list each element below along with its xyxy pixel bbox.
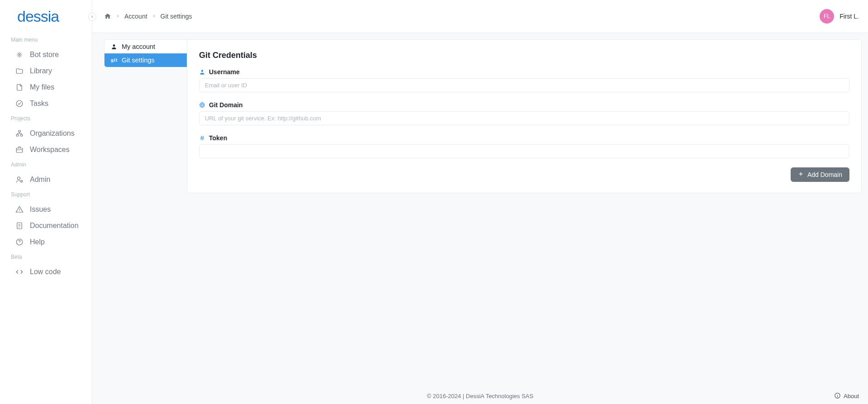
breadcrumb-git-settings[interactable]: Git settings [161, 13, 192, 20]
person-icon [111, 43, 117, 50]
svg-point-6 [18, 177, 20, 180]
sidebar-item-label: Tasks [30, 100, 48, 108]
git-credentials-panel: Git Credentials Username [187, 39, 862, 193]
about-link[interactable]: About [834, 392, 859, 400]
subnav-my-account[interactable]: My account [104, 40, 190, 53]
panel-title: Git Credentials [199, 51, 849, 60]
sidebar-item-documentation[interactable]: Documentation [0, 218, 92, 234]
label-text: Token [209, 134, 227, 142]
sidebar-item-label: Help [30, 238, 45, 246]
sidebar-item-admin[interactable]: Admin [0, 171, 92, 188]
folder-icon [15, 67, 24, 75]
sidebar-section-projects: Projects [0, 112, 92, 125]
user-display-name: First L. [840, 13, 859, 20]
username-label: Username [199, 68, 849, 76]
sidebar-item-tasks[interactable]: Tasks [0, 95, 92, 112]
sidebar-item-workspaces[interactable]: Workspaces [0, 142, 92, 158]
chevron-right-icon [116, 14, 120, 19]
topbar: Account Git settings FL First L. [92, 0, 868, 33]
sidebar-item-help[interactable]: Help [0, 234, 92, 250]
breadcrumb-account[interactable]: Account [124, 13, 147, 20]
sidebar-section-support: Support [0, 188, 92, 201]
sidebar-item-label: Admin [30, 176, 50, 184]
sidebar-section-beta: Beta [0, 250, 92, 264]
svg-point-0 [19, 54, 20, 56]
breadcrumb: Account Git settings [92, 13, 192, 20]
sidebar-section-admin: Admin [0, 158, 92, 171]
git-domain-label: Git Domain [199, 101, 849, 109]
sidebar-collapse-button[interactable] [88, 13, 96, 21]
about-label: About [844, 393, 859, 399]
svg-rect-4 [20, 134, 23, 136]
sidebar-item-label: Documentation [30, 222, 79, 230]
sidebar-item-label: Bot store [30, 51, 59, 59]
sidebar-item-my-files[interactable]: My files [0, 79, 92, 95]
plus-icon [798, 171, 804, 178]
subnav-git-settings[interactable]: git Git settings [104, 53, 190, 67]
file-icon [15, 83, 24, 91]
token-input[interactable] [199, 144, 849, 158]
sidebar-item-label: My files [30, 83, 54, 91]
topbar-user[interactable]: FL First L. [820, 9, 859, 24]
sidebar-item-label: Organizations [30, 129, 75, 138]
org-icon [15, 129, 24, 138]
globe-icon [199, 102, 205, 108]
chevron-right-icon [152, 14, 156, 19]
avatar: FL [820, 9, 834, 24]
sidebar-item-library[interactable]: Library [0, 63, 92, 79]
sidebar-item-label: Issues [30, 205, 51, 214]
sidebar-item-organizations[interactable]: Organizations [0, 125, 92, 142]
svg-point-10 [113, 44, 115, 47]
bot-store-icon [15, 51, 24, 59]
svg-point-7 [21, 181, 23, 182]
check-circle-icon [15, 100, 24, 108]
sidebar-item-label: Low code [30, 268, 61, 276]
add-domain-button[interactable]: Add Domain [791, 167, 849, 182]
code-icon [15, 268, 24, 276]
sidebar-item-low-code[interactable]: Low code [0, 264, 92, 280]
account-subnav: My account git Git settings [92, 33, 187, 404]
svg-point-11 [201, 70, 204, 72]
sidebar-item-bot-store[interactable]: Bot store [0, 47, 92, 63]
warning-icon [15, 205, 24, 214]
username-input[interactable] [199, 78, 849, 92]
sidebar-item-label: Library [30, 67, 52, 75]
info-icon [834, 392, 841, 400]
main-area: Account Git settings FL First L. My acco… [92, 0, 868, 404]
brand-text: dessia [17, 8, 59, 25]
sidebar-item-label: Workspaces [30, 146, 70, 154]
label-text: Username [209, 68, 240, 76]
admin-icon [15, 176, 24, 184]
button-label: Add Domain [807, 171, 842, 178]
sidebar: dessia Main menu Bot store Library My fi… [0, 0, 92, 404]
svg-rect-5 [16, 148, 23, 152]
git-domain-input[interactable] [199, 111, 849, 125]
subnav-item-label: My account [122, 43, 155, 50]
person-icon [199, 69, 205, 75]
brand-logo[interactable]: dessia [0, 0, 92, 33]
briefcase-icon [15, 146, 24, 154]
home-icon[interactable] [104, 13, 111, 20]
doc-icon [15, 222, 24, 230]
token-label: Token [199, 134, 849, 142]
help-icon [15, 238, 24, 246]
sidebar-item-issues[interactable]: Issues [0, 201, 92, 218]
sidebar-section-main-menu: Main menu [0, 33, 92, 47]
subnav-item-label: Git settings [122, 57, 155, 64]
git-icon: git [111, 58, 117, 62]
content: My account git Git settings Git Credenti… [92, 33, 868, 404]
svg-rect-2 [19, 130, 21, 132]
label-text: Git Domain [209, 101, 243, 109]
svg-rect-3 [16, 134, 19, 136]
hash-icon [199, 135, 205, 141]
